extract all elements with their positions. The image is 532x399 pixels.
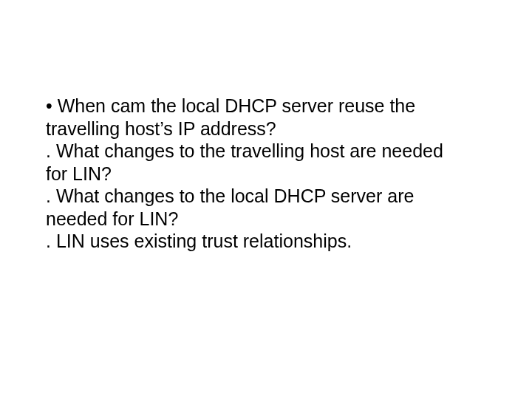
bullet-text: LIN uses existing trust relationships.	[56, 231, 352, 251]
slide-body: • When cam the local DHCP server reuse t…	[46, 95, 460, 253]
bullet-marker: .	[46, 185, 56, 206]
bullet-item: . What changes to the local DHCP server …	[46, 185, 460, 230]
bullet-marker: .	[46, 140, 56, 161]
bullet-item: . LIN uses existing trust relationships.	[46, 230, 460, 253]
bullet-item: . What changes to the travelling host ar…	[46, 140, 460, 185]
bullet-item: • When cam the local DHCP server reuse t…	[46, 95, 460, 140]
slide: • When cam the local DHCP server reuse t…	[0, 0, 532, 399]
bullet-marker: .	[46, 231, 56, 251]
bullet-marker: •	[46, 95, 58, 116]
bullet-text: When cam the local DHCP server reuse the…	[46, 95, 415, 139]
bullet-text: What changes to the local DHCP server ar…	[46, 185, 414, 229]
bullet-text: What changes to the travelling host are …	[46, 140, 443, 184]
